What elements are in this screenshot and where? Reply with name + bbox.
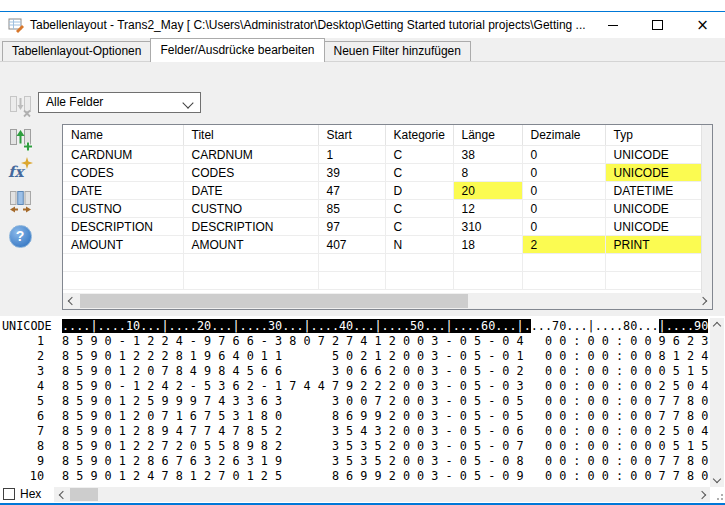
scrollbar-thumb[interactable] xyxy=(80,294,468,308)
titlebar[interactable]: Tabellenlayout - Trans2_May [ C:\Users\A… xyxy=(0,12,725,38)
record-row[interactable]: 108 5 9 0 1 2 4 7 8 1 2 7 0 1 2 5 8 6 9 … xyxy=(0,469,710,484)
column-header[interactable]: Titel xyxy=(183,125,318,146)
field-cell[interactable]: UNICODE xyxy=(605,218,702,236)
hex-checkbox[interactable] xyxy=(3,488,15,500)
tab-neuen-filter-hinzufuegen[interactable]: Neuen Filter hinzufügen xyxy=(324,41,471,61)
field-cell[interactable]: CODES xyxy=(63,164,183,182)
scroll-right-button[interactable] xyxy=(696,293,712,309)
field-cell[interactable]: 0 xyxy=(522,182,605,200)
field-table-horizontal-scrollbar[interactable] xyxy=(63,293,712,309)
field-cell[interactable]: D xyxy=(385,182,453,200)
field-row[interactable]: CARDNUMCARDNUM1C380UNICODE xyxy=(63,146,702,164)
field-cell[interactable]: DESCRIPTION xyxy=(183,218,318,236)
shift-fields-button[interactable] xyxy=(6,188,34,216)
field-cell[interactable]: CUSTNO xyxy=(183,200,318,218)
field-cell[interactable]: 12 xyxy=(453,200,522,218)
field-cell[interactable]: 20 xyxy=(453,182,522,200)
tab-felder-ausdruecke-bearbeiten[interactable]: Felder/Ausdrücke bearbeiten xyxy=(150,38,324,62)
field-cell[interactable]: 310 xyxy=(453,218,522,236)
field-cell[interactable]: 0 xyxy=(522,218,605,236)
field-cell[interactable]: UNICODE xyxy=(605,200,702,218)
record-row[interactable]: 18 5 9 0 - 1 2 2 4 - 9 7 6 6 - 3 8 0 7 2… xyxy=(0,334,710,349)
column-header[interactable]: Dezimale xyxy=(522,125,605,146)
field-table-vertical-scrollbar[interactable] xyxy=(701,125,712,293)
resize-grip[interactable] xyxy=(712,489,723,500)
record-row[interactable]: 28 5 9 0 1 2 2 2 8 1 9 6 4 0 1 1 5 0 2 1… xyxy=(0,349,710,364)
field-cell[interactable]: 85 xyxy=(318,200,385,218)
minimize-button[interactable] xyxy=(590,12,635,38)
column-header[interactable]: Kategorie xyxy=(385,125,453,146)
field-cell[interactable]: C xyxy=(385,200,453,218)
add-expression-button[interactable]: fx xyxy=(6,157,34,185)
record-bytes[interactable]: 8 5 9 0 - 1 2 4 2 - 5 3 6 2 - 1 7 4 4 7 … xyxy=(62,379,708,394)
scroll-up-button[interactable] xyxy=(710,318,724,332)
field-cell[interactable]: 2 xyxy=(522,236,605,254)
field-cell[interactable]: PRINT xyxy=(605,236,702,254)
scroll-down-button[interactable] xyxy=(710,473,724,487)
field-cell[interactable]: 18 xyxy=(453,236,522,254)
record-row[interactable]: 78 5 9 0 1 2 8 9 4 7 7 4 7 8 5 2 3 5 4 3… xyxy=(0,424,710,439)
column-header[interactable]: Typ xyxy=(605,125,702,146)
scroll-left-button[interactable] xyxy=(54,487,69,502)
close-button[interactable]: × xyxy=(680,12,725,38)
field-cell[interactable]: 407 xyxy=(318,236,385,254)
field-cell[interactable]: 47 xyxy=(318,182,385,200)
record-bytes[interactable]: 8 5 9 0 1 2 4 7 8 1 2 7 0 1 2 5 8 6 9 9 … xyxy=(62,469,708,484)
field-cell[interactable]: DATE xyxy=(183,182,318,200)
record-bytes[interactable]: 8 5 9 0 - 1 2 2 4 - 9 7 6 6 - 3 8 0 7 2 … xyxy=(62,334,708,349)
record-row[interactable]: 88 5 9 0 1 2 2 7 2 0 5 5 8 9 8 2 3 5 3 5… xyxy=(0,439,710,454)
record-row[interactable]: 48 5 9 0 - 1 2 4 2 - 5 3 6 2 - 1 7 4 4 7… xyxy=(0,379,710,394)
maximize-button[interactable] xyxy=(635,12,680,38)
field-cell[interactable]: C xyxy=(385,164,453,182)
field-cell[interactable]: N xyxy=(385,236,453,254)
help-button[interactable]: ? xyxy=(6,222,34,250)
field-cell[interactable]: 1 xyxy=(318,146,385,164)
field-cell[interactable]: 0 xyxy=(522,200,605,218)
byte-ruler[interactable]: ....|....10...|....20...|....30...|....4… xyxy=(62,319,708,334)
window-icon[interactable] xyxy=(8,17,24,33)
field-cell[interactable]: CODES xyxy=(183,164,318,182)
field-cell[interactable]: CARDNUM xyxy=(63,146,183,164)
add-field-button[interactable] xyxy=(6,125,34,153)
field-cell[interactable]: DESCRIPTION xyxy=(63,218,183,236)
scrollbar-thumb[interactable] xyxy=(70,488,98,501)
column-header[interactable]: Länge xyxy=(453,125,522,146)
field-cell[interactable]: UNICODE xyxy=(605,146,702,164)
ruler-undefined-segment[interactable]: ...70...|....80... xyxy=(531,319,659,333)
field-row[interactable]: CODESCODES39C80UNICODE xyxy=(63,164,702,182)
tab-tabellenlayout-optionen[interactable]: Tabellenlayout-Optionen xyxy=(2,41,151,61)
field-cell[interactable]: 39 xyxy=(318,164,385,182)
field-cell[interactable]: CARDNUM xyxy=(183,146,318,164)
scroll-right-button[interactable] xyxy=(695,487,710,502)
field-row[interactable]: CUSTNOCUSTNO85C120UNICODE xyxy=(63,200,702,218)
field-cell[interactable]: CUSTNO xyxy=(63,200,183,218)
field-cell[interactable]: AMOUNT xyxy=(183,236,318,254)
record-bytes[interactable]: 8 5 9 0 1 2 2 7 2 0 5 5 8 9 8 2 3 5 3 5 … xyxy=(62,439,708,454)
field-row[interactable]: DESCRIPTIONDESCRIPTION97C3100UNICODE xyxy=(63,218,702,236)
record-row[interactable]: 68 5 9 0 1 2 0 7 1 6 7 5 3 1 8 0 8 6 9 9… xyxy=(0,409,710,424)
ruler-field-segment[interactable]: ....|....10...|....20...|....30...|....4… xyxy=(62,319,531,333)
field-cell[interactable]: C xyxy=(385,146,453,164)
field-cell[interactable]: 38 xyxy=(453,146,522,164)
record-bytes[interactable]: 8 5 9 0 1 2 0 7 1 6 7 5 3 1 8 0 8 6 9 9 … xyxy=(62,409,708,424)
field-cell[interactable]: 8 xyxy=(453,164,522,182)
column-header[interactable]: Name xyxy=(63,125,183,146)
field-cell[interactable]: DATETIME xyxy=(605,182,702,200)
field-cell[interactable]: UNICODE xyxy=(605,164,702,182)
scroll-left-button[interactable] xyxy=(63,293,79,309)
column-header[interactable]: Start xyxy=(318,125,385,146)
record-row[interactable]: 98 5 9 0 1 2 8 6 7 6 3 2 6 3 1 9 3 5 3 5… xyxy=(0,454,710,469)
record-row[interactable]: 58 5 9 0 1 2 5 9 9 9 7 4 3 3 6 3 3 0 0 7… xyxy=(0,394,710,409)
record-bytes[interactable]: 8 5 9 0 1 2 5 9 9 9 7 4 3 3 6 3 3 0 0 7 … xyxy=(62,394,708,409)
field-cell[interactable]: AMOUNT xyxy=(63,236,183,254)
record-row[interactable]: 38 5 9 0 1 2 0 7 8 4 9 8 4 5 6 6 3 0 6 6… xyxy=(0,364,710,379)
field-row[interactable]: AMOUNTAMOUNT407N182PRINT xyxy=(63,236,702,254)
hex-horizontal-scrollbar[interactable] xyxy=(54,487,710,502)
field-cell[interactable]: DATE xyxy=(63,182,183,200)
record-bytes[interactable]: 8 5 9 0 1 2 8 6 7 6 3 2 6 3 1 9 3 5 3 5 … xyxy=(62,454,708,469)
field-cell[interactable]: 0 xyxy=(522,146,605,164)
field-row[interactable]: DATEDATE47D200DATETIME xyxy=(63,182,702,200)
hex-vertical-scrollbar[interactable] xyxy=(710,318,724,487)
record-bytes[interactable]: 8 5 9 0 1 2 2 2 8 1 9 6 4 0 1 1 5 0 2 1 … xyxy=(62,349,708,364)
field-cell[interactable]: C xyxy=(385,218,453,236)
